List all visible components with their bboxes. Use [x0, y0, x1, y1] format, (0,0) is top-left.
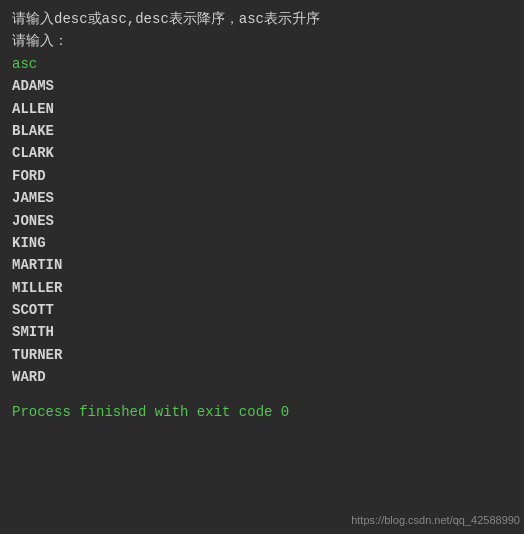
list-item: ADAMS [12, 75, 512, 97]
list-item: SMITH [12, 321, 512, 343]
names-list: ADAMSALLENBLAKECLARKFORDJAMESJONESKINGMA… [12, 75, 512, 388]
list-item: SCOTT [12, 299, 512, 321]
process-exit-line: Process finished with exit code 0 [12, 401, 512, 423]
list-item: BLAKE [12, 120, 512, 142]
list-item: KING [12, 232, 512, 254]
list-item: FORD [12, 165, 512, 187]
prompt-line1: 请输入desc或asc,desc表示降序，asc表示升序 [12, 8, 512, 30]
terminal-window: 请输入desc或asc,desc表示降序，asc表示升序 请输入： asc AD… [0, 0, 524, 534]
list-item: CLARK [12, 142, 512, 164]
list-item: MARTIN [12, 254, 512, 276]
watermark: https://blog.csdn.net/qq_42588990 [351, 514, 520, 526]
user-input: asc [12, 53, 512, 75]
list-item: ALLEN [12, 98, 512, 120]
prompt-line2: 请输入： [12, 30, 512, 52]
list-item: TURNER [12, 344, 512, 366]
list-item: JONES [12, 210, 512, 232]
list-item: JAMES [12, 187, 512, 209]
list-item: WARD [12, 366, 512, 388]
list-item: MILLER [12, 277, 512, 299]
